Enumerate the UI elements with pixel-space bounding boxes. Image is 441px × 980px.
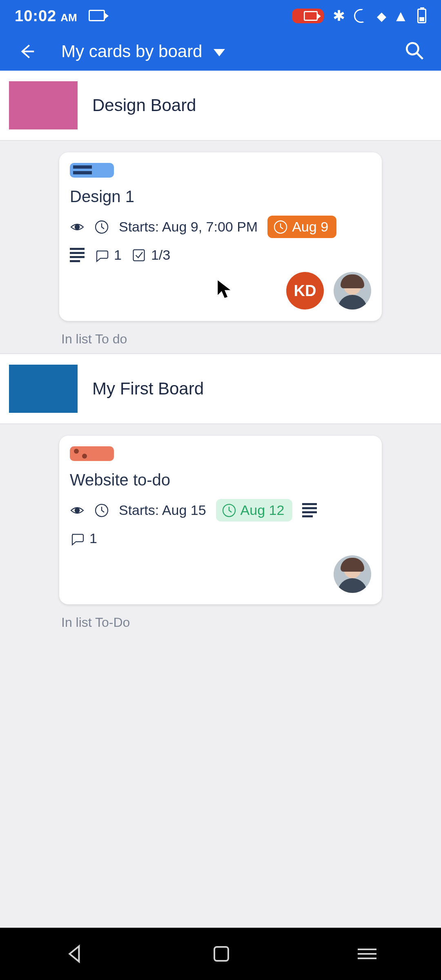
board-name: My First Board <box>92 379 204 399</box>
card-title: Design 1 <box>70 187 371 206</box>
nav-recent-button[interactable] <box>358 946 376 962</box>
due-date-text: Aug 12 <box>241 502 285 518</box>
nav-home-button[interactable] <box>214 946 229 962</box>
board-name: Design Board <box>92 96 196 115</box>
start-date-text: Starts: Aug 9, 7:00 PM <box>119 219 258 235</box>
status-right: ✱ ◆ ▲ <box>292 7 426 24</box>
checklist-count: 1/3 <box>151 247 170 263</box>
data-arrows-icon: ◆ <box>377 9 384 23</box>
description-icon <box>70 248 85 262</box>
card-meta-row-1: Starts: Aug 9, 7:00 PM Aug 9 <box>70 216 371 238</box>
member-avatar[interactable]: KD <box>286 272 324 310</box>
card-label <box>70 446 114 461</box>
card-meta-row-2: 1 <box>70 530 371 546</box>
svg-rect-4 <box>133 249 144 261</box>
screen: 10:02 AM ✱ ◆ ▲ My cards by board Design … <box>0 0 441 980</box>
watch-icon <box>70 503 85 518</box>
screen-record-icon <box>292 9 324 23</box>
dnd-icon <box>354 9 368 23</box>
checklist-icon <box>131 248 146 263</box>
app-bar: My cards by board <box>0 32 441 71</box>
comment-icon <box>94 248 109 263</box>
due-date-badge: Aug 12 <box>216 499 293 521</box>
card-meta-row-2: 1 1/3 <box>70 247 371 263</box>
card-area: Website to-do Starts: Aug 15 Aug 12 1 In… <box>0 424 441 637</box>
status-time: 10:02 <box>15 7 56 25</box>
board-color-swatch <box>9 365 78 413</box>
start-date-text: Starts: Aug 15 <box>119 502 206 518</box>
chevron-down-icon <box>214 49 225 56</box>
list-caption: In list To do <box>61 332 441 347</box>
member-avatar[interactable] <box>334 555 371 593</box>
clock-icon <box>222 503 236 518</box>
card[interactable]: Website to-do Starts: Aug 15 Aug 12 1 <box>59 436 382 604</box>
view-selector[interactable]: My cards by board <box>61 42 225 61</box>
clock-icon <box>273 220 288 234</box>
bluetooth-icon: ✱ <box>333 7 345 24</box>
status-left: 10:02 AM <box>15 7 105 25</box>
card-members <box>70 555 371 593</box>
wifi-icon: ▲ <box>393 8 408 24</box>
due-date-badge: Aug 9 <box>267 216 336 238</box>
comment-count: 1 <box>89 530 97 546</box>
search-button[interactable] <box>404 40 425 62</box>
back-button[interactable] <box>14 38 40 65</box>
description-icon <box>302 503 317 517</box>
app-title: My cards by board <box>61 42 202 61</box>
card-label <box>70 163 114 178</box>
board-header[interactable]: Design Board <box>0 71 441 141</box>
member-avatar[interactable] <box>334 272 371 310</box>
watch-icon <box>70 220 85 234</box>
battery-icon <box>417 9 426 23</box>
clock-icon <box>94 503 109 518</box>
status-ampm: AM <box>60 11 77 24</box>
due-date-text: Aug 9 <box>292 219 328 235</box>
board-color-swatch <box>9 81 78 129</box>
card-title: Website to-do <box>70 471 371 489</box>
nav-back-button[interactable] <box>65 944 85 964</box>
camera-icon <box>89 10 105 21</box>
arrow-left-icon <box>18 42 36 61</box>
comment-count: 1 <box>114 247 122 263</box>
android-nav-bar <box>0 928 441 980</box>
card[interactable]: Design 1 Starts: Aug 9, 7:00 PM Aug 9 1 … <box>59 152 382 321</box>
svg-point-1 <box>75 225 80 229</box>
clock-icon <box>94 220 109 234</box>
search-icon <box>404 40 425 61</box>
card-area: Design 1 Starts: Aug 9, 7:00 PM Aug 9 1 … <box>0 141 441 353</box>
status-bar: 10:02 AM ✱ ◆ ▲ <box>0 0 441 32</box>
svg-point-5 <box>75 508 80 512</box>
card-members: KD <box>70 272 371 310</box>
card-meta-row-1: Starts: Aug 15 Aug 12 <box>70 499 371 521</box>
list-caption: In list To-Do <box>61 615 441 630</box>
comment-icon <box>70 531 85 546</box>
board-header[interactable]: My First Board <box>0 354 441 424</box>
svg-point-0 <box>407 43 418 54</box>
